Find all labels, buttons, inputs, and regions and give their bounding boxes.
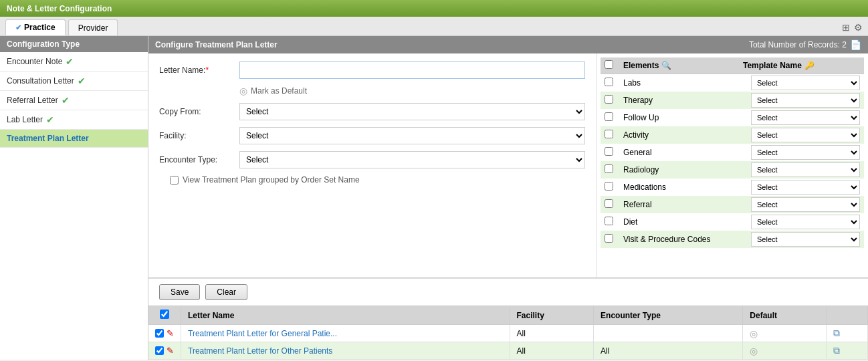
- tab-practice[interactable]: ✔ Practice: [5, 19, 66, 35]
- elem-select-cell: Select: [747, 231, 864, 248]
- tabs-container: ✔ Practice Provider: [5, 19, 118, 35]
- referral-letter-check-icon: ✔: [62, 95, 70, 106]
- save-button[interactable]: Save: [159, 284, 200, 300]
- consultation-letter-check-icon: ✔: [78, 76, 86, 86]
- results-col-default: Default: [743, 306, 826, 325]
- elem-checkbox-cell: [601, 109, 619, 126]
- results-col-facility: Facility: [510, 306, 594, 325]
- results-letter-name: Treatment Plant Letter for Other Patient…: [181, 342, 510, 360]
- group-checkbox-row: View Treatment Plan grouped by Order Set…: [170, 175, 585, 185]
- elements-search-icon[interactable]: 🔍: [661, 61, 671, 70]
- sidebar-item-lab-letter[interactable]: Lab Letter ✔: [0, 110, 148, 130]
- elem-template-select[interactable]: Select: [751, 93, 860, 108]
- elem-template-select[interactable]: Select: [751, 197, 860, 212]
- elem-template-select[interactable]: Select: [751, 76, 860, 90]
- layout-icon[interactable]: ⊞: [842, 22, 850, 33]
- mark-default-text: Mark as Default: [251, 86, 307, 96]
- content-area: Configure Treatment Plan Letter Total Nu…: [148, 36, 868, 360]
- element-row: Diet Select: [601, 213, 864, 231]
- elem-select-cell: Select: [747, 161, 864, 178]
- sidebar-item-treatment-plan[interactable]: Treatment Plan Letter: [0, 130, 148, 148]
- elem-checkbox[interactable]: [605, 164, 613, 173]
- facility-row: Facility: Select: [159, 127, 585, 144]
- group-order-set-checkbox[interactable]: [170, 176, 179, 185]
- template-header-text: Template Name: [743, 61, 802, 70]
- results-default: ◎: [743, 325, 826, 342]
- results-row: ✎ Treatment Plant Letter for General Pat…: [148, 325, 868, 342]
- encounter-type-select[interactable]: Select: [239, 151, 585, 168]
- copy-from-row: Copy From: Select: [159, 103, 585, 120]
- tab-practice-label: Practice: [24, 23, 56, 32]
- elem-checkbox[interactable]: [605, 182, 613, 191]
- elem-checkbox-cell: [601, 213, 619, 231]
- results-row-check: ✎: [148, 325, 181, 342]
- sidebar-item-encounter-note[interactable]: Encounter Note ✔: [0, 52, 148, 72]
- elem-checkbox[interactable]: [605, 95, 613, 104]
- elem-checkbox-cell: [601, 196, 619, 213]
- elem-select-cell: Select: [747, 74, 864, 92]
- tab-provider[interactable]: Provider: [68, 19, 118, 35]
- elements-header-check: [605, 60, 623, 71]
- elem-checkbox-cell: [601, 161, 619, 178]
- template-key-icon: 🔑: [804, 61, 815, 70]
- elem-template-select[interactable]: Select: [751, 162, 860, 177]
- elem-name-cell: Therapy: [619, 92, 747, 109]
- copy-icon[interactable]: ⧉: [833, 345, 840, 356]
- elem-checkbox[interactable]: [605, 112, 613, 121]
- lab-letter-label: Lab Letter: [7, 115, 43, 124]
- elements-table: Labs Select Therapy Select Follow Up: [601, 74, 864, 248]
- elem-select-cell: Select: [747, 178, 864, 196]
- results-default: ◎: [743, 342, 826, 360]
- results-row-checkbox[interactable]: [155, 329, 164, 338]
- results-row-checkbox[interactable]: [155, 346, 164, 355]
- elem-name-cell: Diet: [619, 213, 747, 231]
- title-bar: Note & Letter Configuration: [0, 0, 868, 17]
- edit-icon[interactable]: ✎: [167, 346, 174, 356]
- results-select-all-checkbox[interactable]: [160, 310, 169, 319]
- element-row: Medications Select: [601, 178, 864, 196]
- elem-template-select[interactable]: Select: [751, 232, 860, 247]
- results-row: ✎ Treatment Plant Letter for Other Patie…: [148, 342, 868, 360]
- elements-select-all-checkbox[interactable]: [605, 60, 613, 69]
- letter-name-label: Letter Name:*: [159, 66, 239, 75]
- sidebar-item-consultation-letter[interactable]: Consultation Letter ✔: [0, 72, 148, 91]
- elem-checkbox[interactable]: [605, 147, 613, 156]
- letter-name-link[interactable]: Treatment Plant Letter for General Patie…: [188, 329, 337, 338]
- elem-checkbox-cell: [601, 92, 619, 109]
- results-col-letter-name: Letter Name: [181, 306, 510, 325]
- edit-icon[interactable]: ✎: [167, 328, 174, 338]
- elem-template-select[interactable]: Select: [751, 128, 860, 142]
- buttons-row: Save Clear: [148, 278, 868, 306]
- letter-name-link[interactable]: Treatment Plant Letter for Other Patient…: [188, 346, 332, 356]
- elem-checkbox-cell: [601, 231, 619, 248]
- sidebar-item-referral-letter[interactable]: Referral Letter ✔: [0, 91, 148, 110]
- elem-checkbox[interactable]: [605, 199, 613, 208]
- elements-header-name-text: Elements: [623, 61, 659, 70]
- settings-icon[interactable]: ⚙: [854, 22, 863, 33]
- results-copy: ⧉: [826, 342, 867, 360]
- copy-from-select[interactable]: Select: [239, 103, 585, 120]
- elem-checkbox[interactable]: [605, 234, 613, 243]
- facility-select[interactable]: Select: [239, 127, 585, 144]
- elem-template-select[interactable]: Select: [751, 110, 860, 125]
- element-row: Radiology Select: [601, 161, 864, 178]
- default-indicator: ◎: [750, 346, 758, 356]
- elem-template-select[interactable]: Select: [751, 180, 860, 195]
- tab-row: ✔ Practice Provider ⊞ ⚙: [0, 17, 868, 36]
- group-order-set-label: View Treatment Plan grouped by Order Set…: [183, 175, 360, 185]
- results-copy: ⧉: [826, 325, 867, 342]
- copy-icon[interactable]: ⧉: [833, 328, 840, 338]
- elem-checkbox[interactable]: [605, 217, 613, 225]
- elem-checkbox[interactable]: [605, 130, 613, 138]
- encounter-note-check-icon: ✔: [66, 56, 74, 67]
- clear-button[interactable]: Clear: [205, 284, 247, 300]
- elem-checkbox[interactable]: [605, 78, 613, 86]
- encounter-type-row: Encounter Type: Select: [159, 151, 585, 168]
- consultation-letter-label: Consultation Letter: [7, 76, 74, 86]
- letter-name-input[interactable]: [239, 62, 585, 79]
- elem-template-select[interactable]: Select: [751, 215, 860, 229]
- elem-template-select[interactable]: Select: [751, 145, 860, 160]
- elem-name-cell: Visit & Procedure Codes: [619, 231, 747, 248]
- element-row: Referral Select: [601, 196, 864, 213]
- elem-select-cell: Select: [747, 92, 864, 109]
